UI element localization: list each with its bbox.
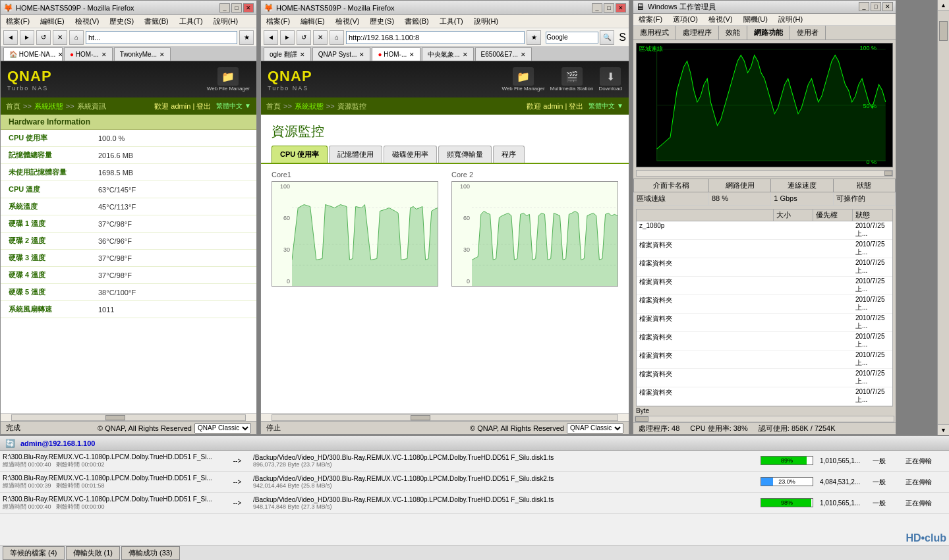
taskman-cpu-usage: CPU 使用率: 38%	[690, 424, 747, 434]
mid-menu-view[interactable]: 檢視(V)	[333, 16, 362, 27]
mid-tab-close-2[interactable]: ✕	[359, 51, 364, 58]
taskman-h-scrollbar[interactable]	[633, 415, 896, 422]
mid-menu-bookmarks[interactable]: 書籤(B)	[402, 16, 432, 27]
progress-label-3: 98%	[761, 499, 813, 506]
file-list-body: z_1080p 2010/7/25 上... 檔案資料夾 2010/7/25 上…	[636, 221, 893, 406]
back-btn[interactable]: ◄	[3, 30, 18, 45]
transfer-dest-2: /Backup/Video/Video_HD/300.Blu-Ray.REMUX…	[250, 475, 758, 489]
mid-tab-close-5[interactable]: ✕	[521, 51, 526, 58]
mid-restore-btn[interactable]: □	[604, 3, 614, 13]
menu-edit[interactable]: 編輯(E)	[38, 16, 67, 27]
taskman-menu-help[interactable]: 說明(H)	[776, 14, 805, 25]
mid-search-input[interactable]	[546, 32, 598, 43]
tab-memory-usage[interactable]: 記憶體使用	[329, 146, 382, 163]
taskman-tab-perf[interactable]: 效能	[719, 26, 747, 40]
left-theme-select[interactable]: QNAP Classic	[194, 423, 251, 434]
browser-tab-3[interactable]: TwonkyMe... ✕	[114, 47, 171, 61]
transfer-tab-success[interactable]: 傳輸成功 (33)	[121, 546, 180, 560]
scroll-thumb[interactable]	[939, 21, 948, 41]
taskman-restore[interactable]: □	[871, 2, 881, 11]
star-btn[interactable]: ★	[239, 30, 254, 45]
mid-webfile-icon[interactable]: 📁 Web File Manager	[502, 67, 544, 92]
skype-icon[interactable]: S	[619, 32, 626, 43]
mid-browser-tab-2[interactable]: QNAP Syst...✕	[312, 47, 371, 61]
menu-view[interactable]: 檢視(V)	[72, 16, 102, 27]
reload-btn[interactable]: ↺	[36, 30, 51, 45]
mid-home-btn[interactable]: ⌂	[330, 30, 344, 45]
stop-btn[interactable]: ✕	[53, 30, 67, 45]
mid-menu-history[interactable]: 歷史(S)	[367, 16, 397, 27]
nav-system-status[interactable]: 系統狀態	[34, 101, 63, 111]
transfer-tab-failed[interactable]: 傳輸失敗 (1)	[66, 546, 121, 560]
net-graph-scrollbar[interactable]	[636, 170, 893, 177]
mid-back-btn[interactable]: ◄	[264, 30, 278, 45]
mid-search-btn[interactable]: 🔍	[600, 30, 614, 45]
nav-home[interactable]: 首頁	[6, 101, 20, 111]
taskman-menu-view[interactable]: 檢視(V)	[706, 14, 735, 25]
mid-stop-btn[interactable]: ✕	[313, 30, 328, 45]
mid-star-btn[interactable]: ★	[527, 30, 541, 45]
mid-close-btn[interactable]: ✕	[616, 3, 626, 13]
mid-forward-btn[interactable]: ►	[280, 30, 295, 45]
taskman-minimize[interactable]: _	[859, 2, 869, 11]
taskman-tab-network[interactable]: 網路功能	[747, 26, 790, 40]
home-btn[interactable]: ⌂	[69, 30, 84, 45]
restore-btn[interactable]: □	[231, 3, 242, 13]
mid-nav-system[interactable]: 系統狀態	[295, 101, 324, 111]
multimedia-icon[interactable]: 🎬 Multimedia Station	[550, 67, 594, 92]
menu-history[interactable]: 歷史(S)	[107, 16, 136, 27]
taskman-tab-apps[interactable]: 應用程式	[633, 26, 676, 40]
mid-h-scrollbar[interactable]	[261, 413, 629, 421]
mid-menu-file[interactable]: 檔案(F)	[264, 16, 293, 27]
tab-cpu-usage[interactable]: CPU 使用率	[272, 146, 328, 163]
mid-minimize-btn[interactable]: _	[592, 3, 602, 13]
minimize-btn[interactable]: _	[219, 3, 230, 13]
mid-tab-close-3[interactable]: ✕	[409, 51, 415, 58]
taskman-menu-options[interactable]: 選項(O)	[670, 14, 701, 25]
tab-bandwidth[interactable]: 頻寬傳輸量	[438, 146, 492, 163]
mid-menu-edit[interactable]: 編輯(E)	[298, 16, 328, 27]
mid-nav-home[interactable]: 首頁	[266, 101, 281, 111]
taskman-tab-processes[interactable]: 處理程序	[676, 26, 719, 40]
webfile-icon[interactable]: 📁 Web File Manager	[207, 67, 250, 92]
language-select-left[interactable]: 繁體中文 ▼	[216, 101, 251, 111]
mid-menu-tools[interactable]: 工具(T)	[437, 16, 466, 27]
mid-browser-tab-5[interactable]: E6500&E7...✕	[475, 47, 532, 61]
net-adapter-name: 區域連線	[634, 192, 709, 205]
taskman-menu-shutdown[interactable]: 關機(U)	[741, 14, 770, 25]
left-url-input[interactable]	[86, 31, 237, 44]
tab-processes[interactable]: 程序	[493, 146, 525, 163]
tab-close-3[interactable]: ✕	[159, 51, 165, 58]
scroll-up-btn[interactable]: ▲	[938, 0, 949, 11]
mid-reload-btn[interactable]: ↺	[297, 30, 311, 45]
mid-browser-tab-1[interactable]: ogle 翻譯✕	[264, 47, 311, 61]
welcome-text-left: 歡迎 admin | 登出	[154, 101, 211, 111]
mid-url-input[interactable]	[346, 31, 525, 44]
menu-tools[interactable]: 工具(T)	[177, 16, 206, 27]
download-icon[interactable]: ⬇ Download	[598, 67, 622, 92]
browser-tab-1[interactable]: 🏠 HOME-NA... ✕	[3, 47, 63, 61]
tab-close-2[interactable]: ✕	[101, 51, 107, 58]
mid-theme-select[interactable]: QNAP Classic	[567, 423, 623, 434]
browser-tab-2[interactable]: ● HOM-... ✕	[64, 47, 113, 61]
mid-browser-tab-3[interactable]: ● HOM-...✕	[372, 47, 420, 61]
right-scrollbar[interactable]: ▲ ▼	[937, 0, 949, 435]
mid-language[interactable]: 繁體中文 ▼	[589, 101, 623, 111]
tab-disk-usage[interactable]: 磁碟使用率	[384, 146, 437, 163]
close-btn[interactable]: ✕	[243, 3, 254, 13]
taskman-menu-file[interactable]: 檔案(F)	[636, 14, 665, 25]
menu-bookmarks[interactable]: 書籤(B)	[142, 16, 171, 27]
scroll-down-btn[interactable]: ▼	[938, 424, 949, 435]
mid-tab-close-4[interactable]: ✕	[463, 51, 468, 58]
mid-menu-help[interactable]: 說明(H)	[471, 16, 501, 27]
h-scrollbar-left[interactable]	[1, 413, 256, 421]
menu-file[interactable]: 檔案(F)	[3, 16, 32, 27]
taskman-close[interactable]: ✕	[882, 2, 893, 11]
taskman-tab-users[interactable]: 使用者	[790, 26, 826, 40]
transfer-tab-waiting[interactable]: 等候的檔案 (4)	[3, 546, 65, 560]
mid-tab-close-1[interactable]: ✕	[300, 51, 305, 58]
forward-btn[interactable]: ►	[20, 30, 34, 45]
mid-browser-tab-4[interactable]: 中央氣象...✕	[422, 47, 473, 61]
tab-close-1[interactable]: ✕	[58, 51, 63, 58]
menu-help[interactable]: 說明(H)	[211, 16, 241, 27]
